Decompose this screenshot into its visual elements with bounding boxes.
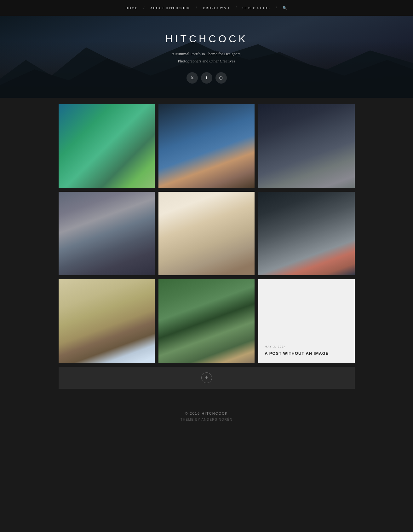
hero-section: HITCHCOCK A Minimal Portfolio Theme for … [0, 16, 413, 98]
site-subtitle: A Minimal Portfolio Theme for Designers,… [165, 50, 248, 64]
nav-search[interactable]: 🔍 [277, 6, 293, 10]
list-item[interactable] [258, 104, 354, 188]
twitter-icon: 𝕏 [191, 75, 194, 80]
plus-icon: + [201, 372, 212, 383]
list-item[interactable] [158, 104, 255, 188]
site-title: HITCHCOCK [165, 33, 248, 45]
list-item[interactable] [158, 279, 255, 363]
portfolio-section: MAY 3, 2014 A POST WITHOUT AN IMAGE + [0, 98, 413, 399]
facebook-link[interactable]: f [201, 72, 212, 84]
social-links: 𝕏 f ⊙ [165, 72, 248, 84]
grid-row-3: MAY 3, 2014 A POST WITHOUT AN IMAGE [59, 279, 355, 363]
list-item[interactable] [59, 279, 155, 363]
instagram-icon: ⊙ [219, 75, 223, 81]
grid-row-1 [59, 104, 355, 188]
load-more-section: + [55, 367, 358, 389]
load-more-button[interactable]: + [59, 367, 355, 389]
grid-row-2 [59, 192, 355, 276]
footer-copyright: © 2016 HITCHCOCK [6, 412, 407, 415]
grid-container: MAY 3, 2014 A POST WITHOUT AN IMAGE [55, 104, 358, 363]
hero-content: HITCHCOCK A Minimal Portfolio Theme for … [165, 33, 248, 83]
list-item[interactable] [59, 192, 155, 276]
search-icon: 🔍 [283, 6, 288, 10]
post-date: MAY 3, 2014 [265, 345, 348, 348]
list-item[interactable] [158, 192, 255, 276]
site-footer: © 2016 HITCHCOCK THEME BY ANDERS NORÉN [0, 399, 413, 431]
facebook-icon: f [206, 75, 207, 80]
twitter-link[interactable]: 𝕏 [186, 72, 198, 84]
nav-about[interactable]: ABOUT HITCHCOCK [145, 6, 196, 10]
list-item[interactable] [59, 104, 155, 188]
main-navigation: HOME / ABOUT HITCHCOCK / DROPDOWN ▾ / ST… [0, 0, 413, 16]
instagram-link[interactable]: ⊙ [215, 72, 227, 84]
list-item[interactable]: MAY 3, 2014 A POST WITHOUT AN IMAGE [258, 279, 354, 363]
nav-dropdown[interactable]: DROPDOWN ▾ [197, 6, 236, 10]
nav-home[interactable]: HOME [120, 6, 143, 10]
nav-dropdown-label: DROPDOWN [203, 6, 227, 10]
list-item[interactable] [258, 192, 354, 276]
dropdown-arrow-icon: ▾ [228, 6, 230, 9]
footer-theme-credit: THEME BY ANDERS NORÉN [6, 418, 407, 421]
post-title: A POST WITHOUT AN IMAGE [265, 351, 348, 356]
nav-style-guide[interactable]: STYLE GUIDE [237, 6, 276, 10]
